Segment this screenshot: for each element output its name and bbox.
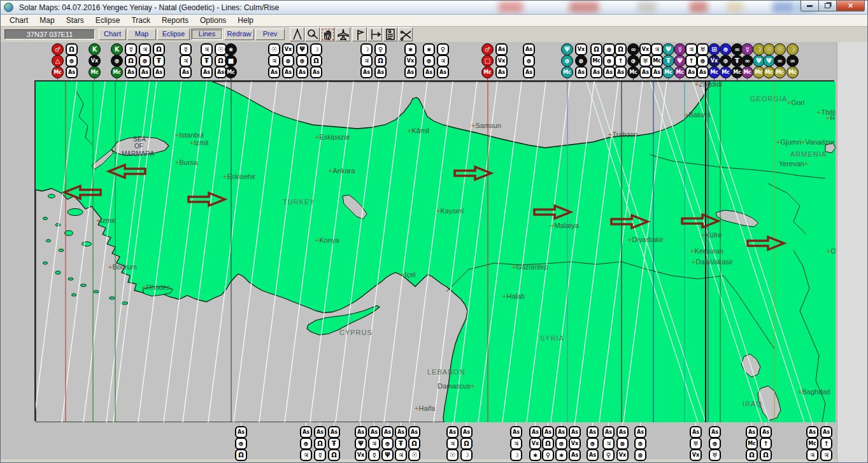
city-label: +Küfre — [701, 231, 722, 239]
astro-glyph: Ω — [236, 450, 246, 460]
glyph-badge: ⊗ — [282, 55, 294, 67]
glyph-badge: As — [602, 426, 615, 438]
glyph-badge: ⊕ — [523, 55, 535, 67]
glyph-badge: ⊕ — [66, 55, 78, 67]
redraw-button[interactable]: Redraw — [224, 29, 254, 40]
glyph-badge: Mc — [741, 66, 753, 78]
window-title: Solar Maps: 04.07.2016 Yengec Yeniay - N… — [19, 3, 279, 12]
astro-glyph: As — [154, 68, 164, 77]
astro-glyph: ♃ — [808, 450, 817, 460]
astro-glyph: Ω — [747, 450, 757, 460]
astro-glyph: ♃ — [822, 450, 831, 460]
menu-bar: ChartMapStarsEclipseTrackReportsOptionsH… — [1, 15, 867, 27]
city-label: +Izmit — [190, 139, 209, 146]
astro-glyph: △ — [52, 55, 63, 66]
menu-item-chart[interactable]: Chart — [4, 15, 34, 26]
astro-glyph: As — [301, 427, 311, 437]
close-button[interactable]: × — [836, 1, 865, 11]
menu-item-stars[interactable]: Stars — [60, 15, 90, 26]
glyph-badge: ⊕ — [720, 55, 732, 67]
button-label: Redraw — [227, 30, 252, 38]
glyph-badge: As — [603, 66, 615, 78]
astro-glyph: ⊕ — [562, 55, 573, 66]
astro-glyph: As — [592, 68, 601, 77]
map-button[interactable]: Map — [127, 29, 156, 40]
compass-tool-button[interactable] — [290, 27, 304, 41]
minimize-button[interactable] — [800, 1, 819, 11]
glyph-badge: ♃ — [368, 438, 380, 450]
astro-glyph: Ω — [376, 56, 385, 66]
menu-item-map[interactable]: Map — [34, 15, 60, 26]
menu-item-eclipse[interactable]: Eclipse — [90, 15, 126, 26]
flag-tool-button[interactable] — [352, 27, 367, 41]
glyph-badge: Ŧ — [328, 438, 340, 450]
chart-button[interactable]: Chart — [99, 29, 126, 40]
aegean-island — [48, 194, 55, 198]
prev-button[interactable]: Prev — [255, 29, 285, 40]
aegean-island — [68, 278, 73, 280]
astro-glyph: ♃ — [396, 450, 406, 460]
aegean-island — [72, 294, 76, 296]
astro-glyph: As — [616, 68, 625, 77]
client-area: ♂△McΩ⊕AsKVxMcK⊕Mc☿ΩAs♃⊕AsΩŦAs☿♃As♃ŦAs☉ΩA… — [1, 42, 867, 463]
astro-glyph: Mc — [808, 439, 817, 448]
astro-glyph: As — [376, 68, 385, 77]
astro-glyph: ♅ — [641, 56, 650, 66]
city-label: +Gaziantep — [512, 263, 548, 271]
plane-tool-button[interactable] — [336, 27, 350, 41]
menu-item-reports[interactable]: Reports — [156, 15, 194, 26]
astro-glyph: ⊗ — [604, 45, 614, 54]
glyph-badge: ↑ — [685, 55, 697, 67]
axis-arrow-tool-button[interactable] — [367, 27, 382, 41]
astro-glyph: As — [691, 427, 701, 437]
country-label: IRAQ — [743, 400, 762, 408]
glyph-badge: Ω — [314, 438, 326, 450]
city-label: +Zugdidi — [695, 82, 722, 88]
lines-button[interactable]: Lines — [191, 29, 223, 40]
eclipse-button[interactable]: Eclipse — [157, 29, 190, 40]
maximize-button[interactable] — [818, 1, 837, 11]
astro-glyph: As — [362, 68, 371, 77]
glyph-badge: Ŧ — [662, 55, 674, 67]
astro-glyph: As — [698, 68, 708, 77]
scissors-icon — [399, 28, 412, 41]
zoom-tool-button[interactable] — [305, 27, 320, 41]
astro-glyph: Vx — [283, 45, 293, 54]
glyph-badge: As — [495, 43, 508, 55]
scissors-tool-button[interactable] — [398, 27, 413, 41]
astro-glyph: ⊕ — [424, 56, 434, 66]
menu-item-help[interactable]: Help — [232, 15, 259, 26]
astro-glyph: As — [557, 427, 566, 437]
astro-glyph: ⊗ — [283, 56, 293, 66]
city-label: +Ankara — [329, 167, 355, 175]
astro-glyph: As — [126, 68, 136, 77]
astro-glyph: ♀ — [543, 450, 553, 460]
menu-item-track[interactable]: Track — [125, 15, 156, 26]
astro-glyph: ♃ — [269, 56, 279, 66]
astro-glyph: As — [140, 68, 150, 77]
astro-glyph: As — [710, 427, 720, 437]
astro-glyph: Ψ — [764, 55, 774, 66]
glyph-badge: ∞ — [786, 55, 799, 67]
glyph-badge: As — [153, 66, 165, 78]
glyph-badge: As — [555, 426, 567, 438]
astro-glyph: ↑ — [761, 439, 771, 448]
astro-glyph: Vx — [89, 55, 100, 66]
glyph-badge: As — [685, 66, 697, 78]
country-label: TURKEY — [283, 198, 315, 206]
glyph-badge: ⊕ — [381, 438, 394, 450]
window-controls: × — [801, 1, 865, 11]
map-canvas[interactable]: +Istanbul+Izmit+Bursa+Izmir+Bodrum+Rhode… — [34, 80, 834, 421]
glyph-badge: As — [760, 426, 772, 438]
menu-item-options[interactable]: Options — [194, 15, 232, 26]
pan-hand-tool-button[interactable] — [320, 27, 335, 41]
glyph-badge: ♃ — [201, 43, 213, 55]
glyph-badge: Vx — [575, 43, 587, 55]
glyph-badge: ♃ — [446, 438, 459, 450]
info-page-tool-button[interactable] — [383, 27, 397, 41]
glyph-badge: K — [111, 43, 123, 55]
astro-glyph: ⊕ — [628, 55, 639, 66]
astro-glyph: As — [283, 68, 293, 77]
astro-glyph: Vx — [570, 439, 580, 448]
aegean-island — [110, 297, 115, 299]
